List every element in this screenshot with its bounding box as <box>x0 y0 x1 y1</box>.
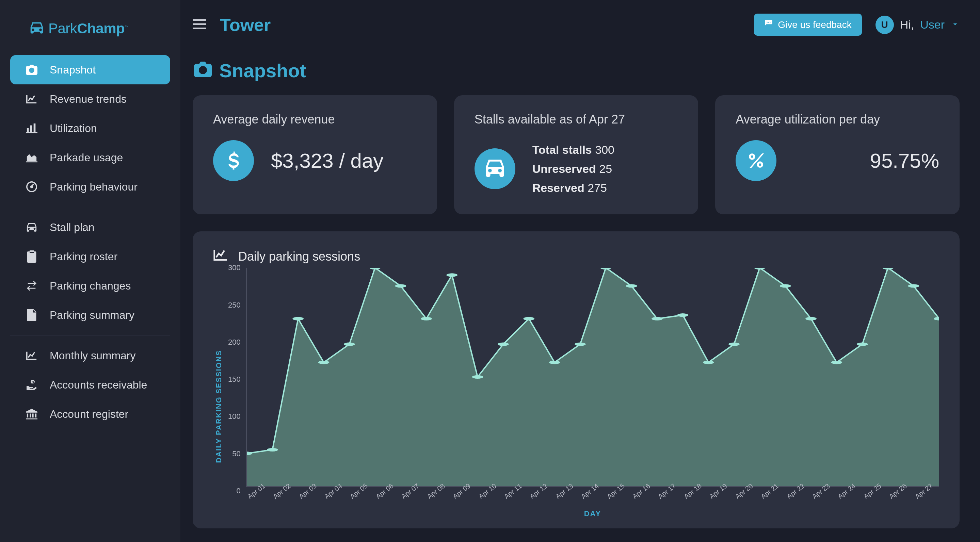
svg-rect-3 <box>26 132 37 133</box>
data-point <box>780 285 791 288</box>
sidebar-item-label: Parking roster <box>50 250 118 263</box>
chart-title-text: Daily parking sessions <box>238 250 360 264</box>
sidebar-item-parking-behaviour[interactable]: Parking behaviour <box>10 172 170 202</box>
sidebar-item-label: Parking behaviour <box>50 181 137 193</box>
sidebar-item-monthly-summary[interactable]: Monthly summary <box>10 341 170 370</box>
svg-rect-1 <box>30 126 32 132</box>
sidebar-item-stall-plan[interactable]: Stall plan <box>10 213 170 242</box>
line-chart-icon <box>25 92 38 105</box>
svg-rect-9 <box>192 27 206 29</box>
gauge-icon <box>25 180 38 193</box>
sidebar: ParkChamp™ SnapshotRevenue trendsUtiliza… <box>0 0 180 542</box>
sidebar-item-utilization[interactable]: Utilization <box>10 114 170 143</box>
line-chart-icon <box>213 248 228 264</box>
topbar: Tower Give us feedback U Hi, User <box>192 0 959 46</box>
file-icon <box>25 308 38 321</box>
feedback-button[interactable]: Give us feedback <box>754 14 862 36</box>
data-point <box>421 317 432 321</box>
chart-plot <box>246 268 939 487</box>
svg-rect-4 <box>26 161 37 162</box>
sidebar-item-parkade-usage[interactable]: Parkade usage <box>10 143 170 172</box>
car-icon <box>29 22 44 35</box>
camera-icon <box>25 63 38 76</box>
data-point <box>318 361 329 364</box>
nav-section-3: Monthly summaryAccounts receivableAccoun… <box>0 340 180 430</box>
svg-rect-8 <box>192 23 206 25</box>
sidebar-item-accounts-receivable[interactable]: Accounts receivable <box>10 370 170 399</box>
brand-logo[interactable]: ParkChamp™ <box>0 10 180 54</box>
sidebar-item-label: Parking summary <box>50 309 134 321</box>
sidebar-item-label: Monthly summary <box>50 350 136 362</box>
data-point <box>293 317 304 321</box>
sidebar-item-label: Accounts receivable <box>50 379 147 391</box>
nav-divider <box>10 335 170 335</box>
menu-toggle-icon[interactable] <box>192 19 206 31</box>
nav-section-1: SnapshotRevenue trendsUtilizationParkade… <box>0 54 180 203</box>
utilization-value: 95.75% <box>870 149 940 173</box>
nav-divider <box>10 207 170 207</box>
y-axis-label: DAILY PARKING SESSIONS <box>213 268 225 518</box>
data-point <box>626 285 637 288</box>
feedback-label: Give us feedback <box>778 19 851 30</box>
page-title: Snapshot <box>192 46 959 95</box>
feedback-icon <box>764 19 773 30</box>
card-revenue: Average daily revenue $3,323 / day <box>192 95 437 215</box>
car-icon <box>25 221 38 234</box>
data-point <box>805 317 817 321</box>
data-point <box>395 285 406 288</box>
sidebar-item-revenue-trends[interactable]: Revenue trends <box>10 84 170 114</box>
camera-icon <box>194 60 212 82</box>
card-title: Average utilization per day <box>736 112 939 127</box>
sidebar-item-label: Account register <box>50 408 128 421</box>
sidebar-item-parking-changes[interactable]: Parking changes <box>10 271 170 300</box>
line-chart-icon <box>25 349 38 362</box>
dollar-icon <box>213 140 254 181</box>
main-content: Tower Give us feedback U Hi, User Snapsh… <box>180 0 980 542</box>
data-point <box>754 268 765 269</box>
data-point <box>498 343 509 346</box>
chart-area: DAILY PARKING SESSIONS 30025020015010050… <box>213 268 939 518</box>
sidebar-item-label: Snapshot <box>50 64 95 76</box>
sidebar-item-label: Utilization <box>50 122 97 135</box>
page-title-text: Snapshot <box>219 60 306 82</box>
data-point <box>267 448 278 451</box>
sidebar-item-label: Revenue trends <box>50 93 127 105</box>
sidebar-item-label: Parkade usage <box>50 151 123 164</box>
card-utilization: Average utilization per day 95.75% <box>715 95 959 215</box>
sidebar-item-account-register[interactable]: Account register <box>10 399 170 429</box>
data-point <box>703 361 714 364</box>
hand-dollar-icon <box>25 378 38 391</box>
y-axis-ticks: 300250200150100500 <box>225 268 246 518</box>
user-name: User <box>920 18 945 31</box>
bar-chart-icon <box>25 122 38 135</box>
bank-icon <box>25 408 38 421</box>
data-point <box>677 313 688 317</box>
chart-area-fill <box>247 268 939 486</box>
avatar: U <box>875 16 894 34</box>
revenue-value: $3,323 / day <box>271 149 383 173</box>
nav-section-2: Stall planParking rosterParking changesP… <box>0 211 180 331</box>
sidebar-item-parking-summary[interactable]: Parking summary <box>10 300 170 330</box>
sidebar-item-snapshot[interactable]: Snapshot <box>10 55 170 84</box>
area-chart-icon <box>25 151 38 164</box>
data-point <box>344 343 355 346</box>
clipboard-icon <box>25 250 38 263</box>
sidebar-item-label: Parking changes <box>50 280 131 292</box>
kpi-cards: Average daily revenue $3,323 / day Stall… <box>192 95 959 215</box>
location-title: Tower <box>220 14 270 35</box>
chart-card: Daily parking sessions DAILY PARKING SES… <box>192 231 959 528</box>
data-point <box>908 285 919 288</box>
data-point <box>600 268 611 269</box>
swap-icon <box>25 279 38 292</box>
user-menu[interactable]: U Hi, User <box>875 16 959 34</box>
card-title: Average daily revenue <box>213 112 417 127</box>
data-point <box>523 317 535 321</box>
card-stalls: Stalls available as of Apr 27 Total stal… <box>454 95 698 215</box>
data-point <box>652 317 663 321</box>
svg-rect-0 <box>27 128 29 132</box>
data-point <box>574 343 586 346</box>
chevron-down-icon <box>951 20 959 30</box>
brand-text: ParkChamp™ <box>48 21 129 37</box>
sidebar-item-parking-roster[interactable]: Parking roster <box>10 242 170 271</box>
card-title: Stalls available as of Apr 27 <box>474 112 678 127</box>
